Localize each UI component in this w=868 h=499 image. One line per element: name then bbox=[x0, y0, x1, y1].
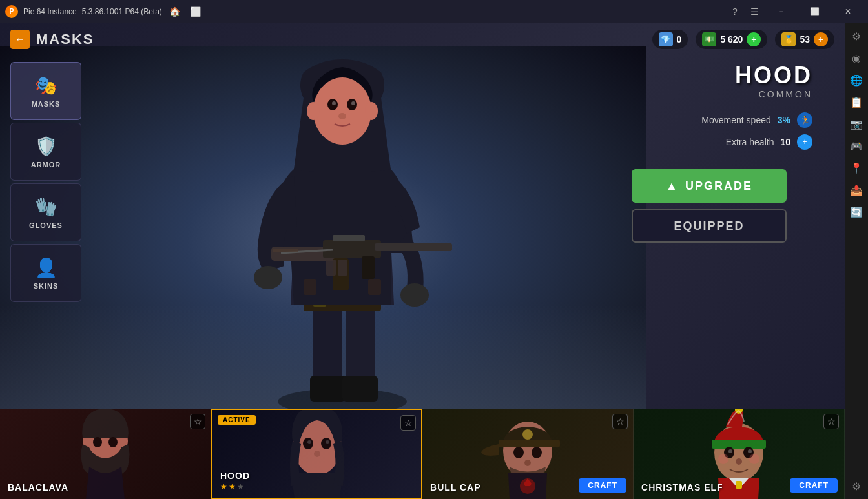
sidebar-btn-7[interactable]: 📍 bbox=[846, 158, 867, 178]
help-icon[interactable]: ? bbox=[727, 4, 743, 19]
star-3: ★ bbox=[237, 482, 244, 491]
svg-point-10 bbox=[313, 77, 371, 145]
svg-rect-27 bbox=[273, 249, 298, 252]
armor-icon: 🛡️ bbox=[35, 136, 57, 157]
gold-icon: 🥇 bbox=[781, 32, 796, 46]
extra-health-value: 10 bbox=[780, 137, 790, 147]
back-button[interactable]: ← MASKS bbox=[10, 30, 94, 49]
cash-icon: 💵 bbox=[702, 32, 716, 46]
add-cash-button[interactable]: + bbox=[747, 32, 761, 46]
upgrade-arrow-icon: ▲ bbox=[666, 179, 679, 193]
movement-speed-label: Movement speed bbox=[701, 115, 770, 125]
maximize-button[interactable]: ⬜ bbox=[800, 0, 829, 23]
close-button[interactable]: ✕ bbox=[833, 0, 863, 23]
window-icon[interactable]: ⬜ bbox=[188, 4, 203, 19]
svg-point-19 bbox=[400, 283, 429, 307]
hood-stars: ★ ★ ★ bbox=[220, 482, 413, 491]
sidebar-btn-4[interactable]: 📋 bbox=[846, 92, 867, 112]
christmas-elf-star-badge[interactable]: ☆ bbox=[823, 414, 839, 429]
home-icon[interactable]: 🏠 bbox=[167, 4, 183, 19]
nav-item-armor[interactable]: 🛡️ ARMOR bbox=[10, 123, 81, 181]
item-info-panel: HOOD COMMON Movement speed 3% 🏃 Extra he… bbox=[632, 62, 812, 243]
back-arrow-icon: ← bbox=[10, 30, 30, 49]
nav-item-gloves[interactable]: 🧤 GLOVES bbox=[10, 183, 81, 241]
item-name: HOOD bbox=[632, 62, 812, 89]
svg-rect-30 bbox=[304, 279, 316, 295]
svg-rect-24 bbox=[362, 256, 375, 279]
christmas-elf-craft-badge[interactable]: CRAFT bbox=[790, 478, 838, 493]
header: ← MASKS 💎 0 💵 5 620 + 🥇 53 + bbox=[0, 23, 845, 56]
upgrade-button[interactable]: ▲ UPGRADE bbox=[632, 169, 787, 203]
svg-rect-4 bbox=[342, 376, 378, 402]
extra-health-icon: + bbox=[797, 134, 812, 150]
app-version: 5.3.86.1001 P64 (Beta) bbox=[82, 7, 162, 16]
skins-icon: 👤 bbox=[35, 257, 57, 278]
balaclava-card-inner: BALACLAVA bbox=[0, 409, 211, 499]
sidebar-btn-1[interactable]: ⚙ bbox=[846, 26, 867, 46]
page-title: MASKS bbox=[36, 31, 94, 48]
items-bottom-bar: BALACLAVA ☆ HO bbox=[0, 409, 845, 499]
svg-rect-25 bbox=[333, 235, 365, 241]
item-card-bullcap[interactable]: BULL CAP ☆ CRAFT bbox=[422, 409, 634, 499]
item-card-hood[interactable]: HOOD ★ ★ ★ ACTIVE ☆ bbox=[211, 409, 422, 499]
add-gold-button[interactable]: + bbox=[814, 32, 828, 46]
menu-icon[interactable]: ☰ bbox=[747, 4, 762, 19]
sidebar-btn-3[interactable]: 🌐 bbox=[846, 70, 867, 90]
svg-point-14 bbox=[351, 101, 355, 105]
svg-point-16 bbox=[307, 102, 320, 120]
upgrade-label: UPGRADE bbox=[685, 179, 752, 193]
nav-item-masks[interactable]: 🎭 MASKS bbox=[10, 62, 81, 120]
title-bar-left: P Pie 64 Instance 5.3.86.1001 P64 (Beta)… bbox=[5, 4, 203, 19]
minimize-button[interactable]: − bbox=[766, 0, 796, 23]
bullcap-craft-badge[interactable]: CRAFT bbox=[579, 478, 626, 493]
sidebar-btn-bottom[interactable]: ⚙ bbox=[846, 476, 867, 496]
star-1: ★ bbox=[220, 482, 227, 491]
gold-value: 53 bbox=[800, 34, 810, 45]
character-svg bbox=[220, 59, 465, 421]
svg-point-15 bbox=[338, 113, 346, 119]
item-card-christmas-elf[interactable]: CHRISTMAS ELF ☆ CRAFT bbox=[634, 409, 845, 499]
star-2: ★ bbox=[229, 482, 236, 491]
svg-point-13 bbox=[332, 101, 336, 105]
active-badge: ACTIVE bbox=[218, 415, 256, 425]
balaclava-star-badge[interactable]: ☆ bbox=[190, 414, 205, 429]
sidebar-btn-6[interactable]: 🎮 bbox=[846, 136, 867, 156]
svg-rect-3 bbox=[310, 376, 346, 402]
gloves-icon: 🧤 bbox=[35, 196, 57, 218]
svg-point-18 bbox=[254, 266, 282, 289]
svg-rect-31 bbox=[368, 279, 381, 295]
bluestacks-sidebar: ⚙ ◉ 🌐 📋 📷 🎮 📍 📤 🔄 ⚙ bbox=[845, 23, 868, 499]
svg-point-17 bbox=[365, 102, 378, 120]
movement-speed-icon: 🏃 bbox=[797, 112, 812, 128]
cash-value: 5 620 bbox=[720, 34, 743, 45]
sidebar-btn-8[interactable]: 📤 bbox=[846, 179, 867, 200]
diamonds-value: 0 bbox=[677, 34, 682, 45]
hood-name: HOOD bbox=[220, 471, 413, 481]
character-figure bbox=[84, 46, 601, 434]
svg-rect-22 bbox=[375, 243, 452, 251]
nav-item-skins[interactable]: 👤 SKINS bbox=[10, 244, 81, 302]
diamonds-currency: 💎 0 bbox=[652, 30, 688, 49]
skins-label: SKINS bbox=[34, 282, 59, 290]
sidebar-btn-9[interactable]: 🔄 bbox=[846, 201, 867, 222]
movement-speed-value: 3% bbox=[778, 115, 790, 125]
item-rarity: COMMON bbox=[632, 89, 812, 99]
app-name: Pie 64 Instance bbox=[23, 7, 77, 16]
left-navigation: 🎭 MASKS 🛡️ ARMOR 🧤 GLOVES 👤 SKINS bbox=[10, 62, 81, 302]
bullcap-star-badge[interactable]: ☆ bbox=[612, 414, 628, 429]
svg-rect-28 bbox=[326, 260, 336, 276]
hood-star-badge[interactable]: ☆ bbox=[400, 415, 416, 431]
title-bar: P Pie 64 Instance 5.3.86.1001 P64 (Beta)… bbox=[0, 0, 868, 23]
balaclava-name: BALACLAVA bbox=[8, 482, 203, 493]
item-card-balaclava[interactable]: BALACLAVA ☆ bbox=[0, 409, 211, 499]
masks-icon: 🎭 bbox=[35, 75, 57, 96]
sidebar-btn-2[interactable]: ◉ bbox=[846, 48, 867, 68]
extra-health-label: Extra health bbox=[726, 137, 774, 147]
character-background bbox=[0, 46, 646, 434]
gold-currency: 🥇 53 + bbox=[775, 30, 834, 49]
equipped-button[interactable]: EQUIPPED bbox=[632, 209, 787, 243]
masks-label: MASKS bbox=[32, 100, 61, 108]
armor-label: ARMOR bbox=[31, 161, 61, 168]
svg-rect-29 bbox=[338, 260, 347, 276]
sidebar-btn-5[interactable]: 📷 bbox=[846, 114, 867, 134]
